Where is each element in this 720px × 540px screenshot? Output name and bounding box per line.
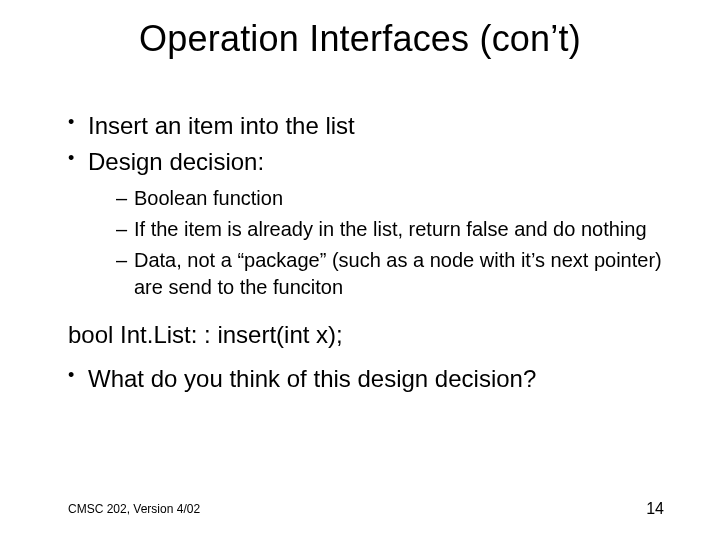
- bullet-item: What do you think of this design decisio…: [68, 363, 668, 395]
- bullet-item: Design decision: Boolean function If the…: [68, 146, 668, 300]
- code-signature: bool Int.List: : insert(int x);: [68, 321, 668, 349]
- footer-course: CMSC 202, Version 4/02: [68, 502, 200, 516]
- sub-bullet-item: Data, not a “package” (such as a node wi…: [116, 247, 668, 301]
- sub-bullet-text: Data, not a “package” (such as a node wi…: [134, 249, 662, 298]
- slide-body: Insert an item into the list Design deci…: [68, 110, 668, 399]
- slide-title: Operation Interfaces (con’t): [0, 18, 720, 60]
- bullet-text: Insert an item into the list: [88, 112, 355, 139]
- sub-bullet-list: Boolean function If the item is already …: [88, 185, 668, 301]
- footer-page-number: 14: [646, 500, 664, 518]
- sub-bullet-item: Boolean function: [116, 185, 668, 212]
- sub-bullet-text: If the item is already in the list, retu…: [134, 218, 647, 240]
- bullet-list-bottom: What do you think of this design decisio…: [68, 363, 668, 395]
- sub-bullet-item: If the item is already in the list, retu…: [116, 216, 668, 243]
- bullet-text: Design decision:: [88, 148, 264, 175]
- sub-bullet-text: Boolean function: [134, 187, 283, 209]
- bullet-item: Insert an item into the list: [68, 110, 668, 142]
- bullet-list-top: Insert an item into the list Design deci…: [68, 110, 668, 301]
- bullet-text: What do you think of this design decisio…: [88, 365, 536, 392]
- slide: Operation Interfaces (con’t) Insert an i…: [0, 0, 720, 540]
